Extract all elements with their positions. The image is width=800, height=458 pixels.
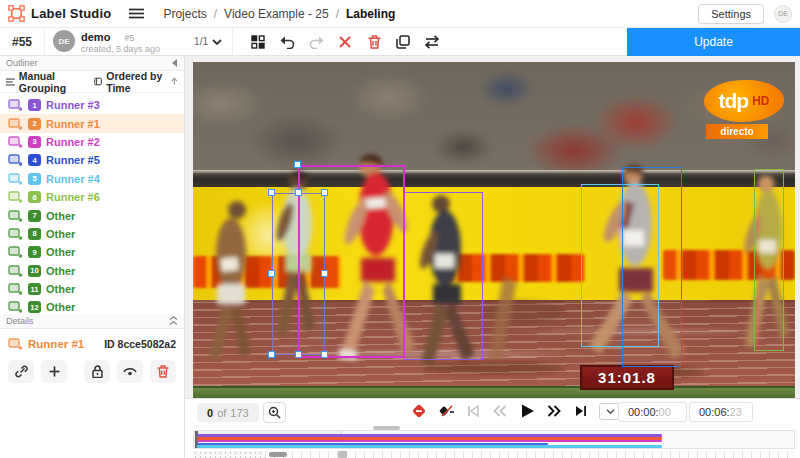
region-label: Runner #5 [46,154,100,166]
timeline-ruler-thumb[interactable] [269,452,287,457]
play-button[interactable] [518,402,536,420]
timeline-marker [338,451,347,458]
skip-to-start-button[interactable] [464,402,482,420]
breadcrumb: Projects/Video Example - 25/Labeling [163,7,395,21]
link-region-button[interactable] [8,360,34,383]
settings-button[interactable]: Settings [698,4,764,24]
runner-6-box[interactable] [754,169,784,351]
current-frame: 0 [207,407,213,419]
region-row[interactable]: 2 Runner #1 [0,114,184,132]
region-row[interactable]: 3 Runner #2 [0,133,184,151]
outliner-title: Outliner [6,58,38,68]
region-overlay [193,62,795,398]
annotation-ref: #5 [124,33,134,43]
region-row[interactable]: 12 Other [0,298,184,315]
delete-region-x-icon[interactable] [336,33,354,51]
region-index-badge: 7 [28,210,41,222]
resize-handle[interactable] [295,351,302,358]
region-row[interactable]: 7 Other [0,206,184,224]
redo-icon[interactable] [307,33,325,51]
divider [232,28,233,56]
grid-view-icon[interactable] [249,33,267,51]
timeline-tracks-box[interactable] [193,430,795,449]
breadcrumb-item[interactable]: Video Example - 25 [224,7,329,21]
resize-handle[interactable] [294,161,301,168]
grouping-label: Manual Grouping [19,70,82,94]
user-avatar[interactable]: DE [774,5,792,23]
collapse-details-icon[interactable] [169,316,178,326]
collapse-panel-icon[interactable] [171,59,178,67]
details-panel-header[interactable]: Details [0,314,184,329]
runner-3-box[interactable] [403,192,483,360]
breadcrumb-separator: / [336,7,339,21]
region-row[interactable]: 4 Runner #5 [0,151,184,169]
task-number: #55 [0,35,44,49]
frame-separator: of [217,407,226,419]
delete-annotation-trash-icon[interactable] [365,33,383,51]
runner-1-box[interactable] [272,193,325,355]
manual-grouping-control[interactable]: Manual Grouping [6,70,82,94]
resize-handle[interactable] [268,270,275,277]
details-panel: Details Runner #1 ID 8cce5082a2 [0,314,184,389]
resize-handle[interactable] [268,351,275,358]
rewind-button[interactable] [491,402,509,420]
keyframe-toggle-button[interactable] [410,402,428,420]
lock-icon [92,365,103,378]
resize-handle[interactable] [295,189,302,196]
keyframe-icon [411,403,427,419]
outliner-toolbar: Manual Grouping Ordered by Time [0,71,184,93]
ordering-control[interactable]: Ordered by Time [94,70,167,94]
resize-handle[interactable] [268,189,275,196]
update-button[interactable]: Update [627,28,800,56]
skip-to-end-button[interactable] [572,402,590,420]
region-label: Other [46,246,75,258]
breadcrumb-separator: / [214,7,217,21]
skip-end-icon [575,405,587,417]
region-row[interactable]: 8 Other [0,225,184,243]
resize-handle[interactable] [321,189,328,196]
timeline-region-tracks [194,431,794,448]
region-row[interactable]: 11 Other [0,280,184,298]
region-row[interactable]: 5 Runner #4 [0,170,184,188]
play-icon [521,404,534,418]
region-shape-icon [8,154,23,166]
add-relation-button[interactable] [41,360,67,383]
breadcrumb-item[interactable]: Projects [163,7,206,21]
selected-region-row: Runner #1 ID 8cce5082a2 [0,329,184,354]
resize-handle[interactable] [321,270,328,277]
frame-counter: 0 of 173 [197,403,259,422]
region-shape-icon [8,283,23,295]
annotation-actions [249,33,441,51]
total-duration-frames: 23 [730,406,742,418]
sort-direction-arrow-icon[interactable] [171,76,178,87]
annotation-dropdown-chevron-icon[interactable] [212,39,222,45]
region-shape-icon [8,301,23,313]
region-row[interactable]: 6 Runner #6 [0,188,184,206]
current-time: 00:00:00 [618,402,687,422]
transfer-arrows-icon[interactable] [423,33,441,51]
created-timestamp: created, 5 days ago [81,45,160,54]
hamburger-menu-icon[interactable] [125,4,147,24]
interpolation-delete-button[interactable] [437,402,455,420]
undo-icon[interactable] [278,33,296,51]
resize-handle[interactable] [321,351,328,358]
duplicate-icon[interactable] [394,33,412,51]
hide-region-button[interactable] [117,360,143,383]
fast-forward-button[interactable] [545,402,563,420]
frame-zoom-button[interactable] [263,402,286,423]
delete-region-button[interactable] [150,360,176,383]
lock-region-button[interactable] [84,360,110,383]
runner-5-box[interactable] [622,167,682,367]
region-row[interactable]: 9 Other [0,243,184,261]
region-label: Runner #2 [46,136,100,148]
region-row[interactable]: 10 Other [0,262,184,280]
annotator-info[interactable]: DE demo#5 created, 5 days ago [45,28,168,54]
region-label: Other [46,301,75,313]
video-canvas[interactable]: tdp HD directo 31:01.8 [193,62,795,398]
rewind-icon [493,405,507,417]
app-logo[interactable]: Label Studio [0,5,111,22]
timeline-frame-ruler[interactable] [193,451,795,458]
region-index-badge: 6 [28,191,41,203]
region-row[interactable]: 1 Runner #3 [0,96,184,114]
breadcrumb-item[interactable]: Labeling [346,7,395,21]
